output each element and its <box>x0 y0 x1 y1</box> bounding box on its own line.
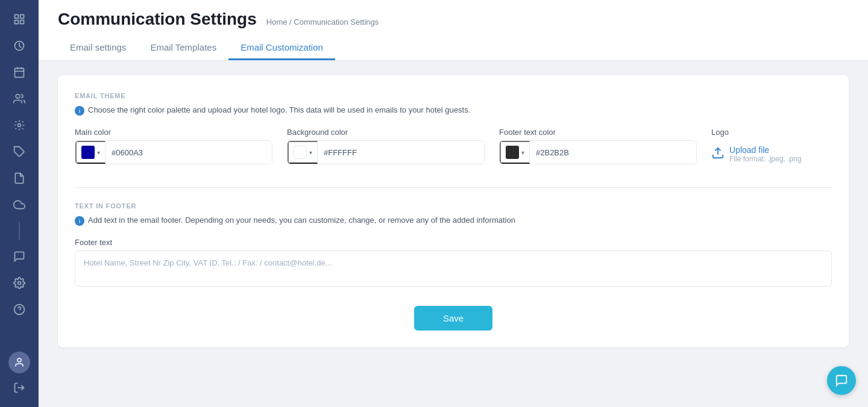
avatar[interactable] <box>8 352 30 373</box>
text-in-footer-section-title: TEXT IN FOOTER <box>75 202 832 210</box>
svg-rect-0 <box>15 15 19 19</box>
footer-text-color-input-row: ▾ <box>499 140 697 164</box>
logout-icon[interactable] <box>7 376 31 400</box>
svg-rect-3 <box>20 20 24 24</box>
footer-text-color-field: Footer text color ▾ <box>499 128 697 164</box>
email-theme-section: EMAIL THEME i Choose the right color pal… <box>75 92 832 168</box>
footer-text-color-chevron: ▾ <box>521 149 524 156</box>
background-color-label: Background color <box>287 128 485 137</box>
background-color-input-row: ▾ <box>287 140 485 164</box>
email-theme-description: i Choose the right color palette and upl… <box>75 105 832 116</box>
svg-point-12 <box>18 282 21 285</box>
background-color-swatch-button[interactable]: ▾ <box>288 141 318 164</box>
text-in-footer-description: i Add text in the email footer. Dependin… <box>75 216 832 226</box>
upload-icon <box>711 146 725 163</box>
section-divider <box>75 187 832 188</box>
background-color-chevron: ▾ <box>309 149 312 156</box>
dashboard-icon[interactable] <box>7 7 31 31</box>
main-color-hex-input[interactable] <box>105 141 272 164</box>
info-icon: i <box>75 106 84 116</box>
background-color-field: Background color ▾ <box>287 128 485 164</box>
main-color-label: Main color <box>75 128 272 137</box>
footer-text-label: Footer text <box>75 238 832 247</box>
tab-email-settings[interactable]: Email settings <box>58 36 138 60</box>
background-color-hex-input[interactable] <box>318 141 484 164</box>
sidebar <box>0 0 39 407</box>
tab-email-templates[interactable]: Email Templates <box>138 36 228 60</box>
star-icon[interactable] <box>7 113 31 137</box>
svg-rect-2 <box>15 20 19 24</box>
breadcrumb-current: Communication Settings <box>294 17 379 26</box>
svg-point-15 <box>17 358 21 362</box>
sidebar-divider <box>19 222 20 240</box>
main-color-field: Main color ▾ <box>75 128 272 164</box>
logo-label: Logo <box>711 128 832 137</box>
svg-point-9 <box>16 95 20 99</box>
tag-icon[interactable] <box>7 140 31 164</box>
svg-rect-5 <box>15 68 24 77</box>
main-color-swatch <box>81 146 95 159</box>
tabs: Email settings Email Templates Email Cus… <box>58 36 849 60</box>
users-icon[interactable] <box>7 87 31 111</box>
info-icon-2: i <box>75 216 84 226</box>
footer-text-color-hex-input[interactable] <box>530 141 696 164</box>
save-button[interactable]: Save <box>414 306 492 331</box>
upload-hint: File format: .jpeg, .png <box>729 155 801 163</box>
content-area: EMAIL THEME i Choose the right color pal… <box>39 61 868 407</box>
title-row: Communication Settings Home / Communicat… <box>58 10 849 29</box>
page-title: Communication Settings <box>58 10 257 29</box>
main-color-chevron: ▾ <box>97 149 100 156</box>
page-header: Communication Settings Home / Communicat… <box>39 0 868 61</box>
chart-icon[interactable] <box>7 34 31 58</box>
svg-point-10 <box>18 124 21 127</box>
chat-bubble-button[interactable] <box>827 366 856 395</box>
footer-text-field: Footer text <box>75 238 832 287</box>
document-icon[interactable] <box>7 166 31 190</box>
footer-text-color-swatch <box>506 146 519 159</box>
logo-field: Logo Upload file File format: .jpeg, .pn… <box>711 128 832 168</box>
cloud-icon[interactable] <box>7 193 31 217</box>
main-color-swatch-button[interactable]: ▾ <box>75 141 105 164</box>
email-theme-card: EMAIL THEME i Choose the right color pal… <box>58 75 849 347</box>
footer-text-input[interactable] <box>75 250 832 287</box>
breadcrumb: Home / Communication Settings <box>266 17 379 26</box>
tab-email-customization[interactable]: Email Customization <box>228 36 335 60</box>
footer-text-color-swatch-button[interactable]: ▾ <box>500 141 530 164</box>
svg-rect-1 <box>20 15 24 19</box>
main-content: Communication Settings Home / Communicat… <box>39 0 868 407</box>
chat-icon[interactable] <box>7 244 31 269</box>
breadcrumb-home[interactable]: Home <box>266 17 288 26</box>
calendar-icon[interactable] <box>7 60 31 84</box>
help-icon[interactable] <box>7 297 31 322</box>
text-in-footer-section: TEXT IN FOOTER i Add text in the email f… <box>75 202 832 287</box>
footer-text-color-label: Footer text color <box>499 128 697 137</box>
background-color-swatch <box>294 146 307 159</box>
color-fields-row: Main color ▾ Background color <box>75 128 832 168</box>
save-button-row: Save <box>75 306 832 331</box>
main-color-input-row: ▾ <box>75 140 272 164</box>
upload-file-link[interactable]: Upload file <box>729 145 801 155</box>
email-theme-section-title: EMAIL THEME <box>75 92 832 99</box>
settings-icon[interactable] <box>7 271 31 295</box>
sidebar-bottom <box>7 352 31 400</box>
upload-area: Upload file File format: .jpeg, .png <box>711 140 832 168</box>
